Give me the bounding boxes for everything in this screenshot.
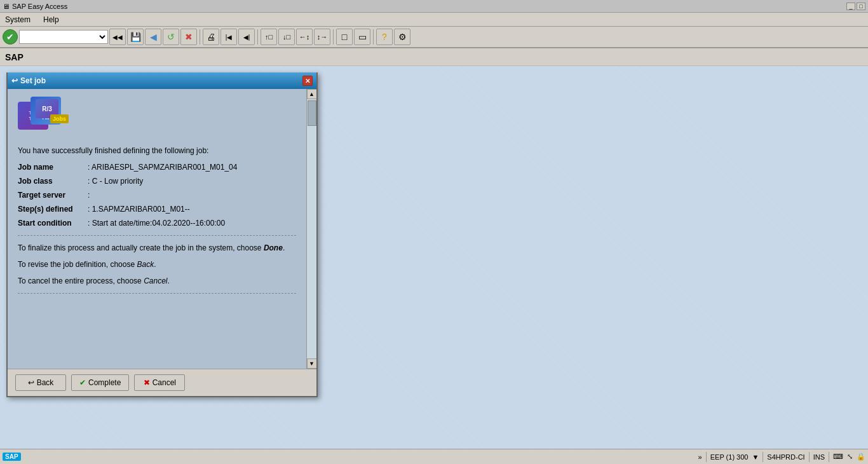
revise-prefix: To revise the job definition, choose	[18, 260, 137, 269]
target-server-value: :	[88, 189, 90, 201]
cancel-prefix: To cancel the entire process, choose	[18, 276, 144, 285]
steps-defined-row: Step(s) defined : 1.SAPMZARIBAR001_M01--	[18, 203, 296, 215]
cancel-text: To cancel the entire process, choose Can…	[18, 275, 296, 287]
main-content: ↩ Set job ✕ TIATIA | |||| |||| |||	[0, 66, 868, 449]
upload-button[interactable]: ↑□	[261, 29, 277, 45]
dialog-title-left: ↩ Set job	[11, 76, 46, 85]
resize-icon: ⤡	[847, 453, 853, 461]
server-info: S4HPRD-CI	[767, 453, 804, 461]
download-button[interactable]: ↓□	[278, 29, 295, 45]
job-class-value: : C - Low priority	[88, 175, 143, 187]
find-first-button[interactable]: |◀	[220, 29, 237, 45]
separator-4	[373, 29, 374, 44]
print-button[interactable]: 🖨	[203, 29, 219, 45]
separator-3	[333, 29, 334, 44]
start-condition-value: : Start at date/time:04.02.2020--16:00:0…	[88, 217, 225, 229]
separator-line-2	[18, 293, 296, 294]
mode-info: INS	[813, 453, 825, 461]
sap-label-area: SAP	[0, 48, 868, 66]
minimize-button[interactable]: _	[846, 3, 855, 10]
sap-logo: SAP	[3, 453, 21, 461]
status-divider-2	[763, 452, 763, 462]
separator-2	[257, 29, 258, 44]
system-info: EEP (1) 300	[710, 453, 749, 461]
toolbar: ✔ ◀◀ 💾 ◀ ↺ ✖ 🖨 |◀ ◀| ↑□ ↓□ ←↕ ↕→ □ ▭ ? ⚙	[0, 27, 868, 48]
dialog-title-icon: ↩	[11, 76, 18, 85]
complete-icon: ✔	[79, 378, 86, 387]
job-icon: TIATIA | |||| |||| ||| R/3 Jobs	[18, 97, 69, 135]
menu-bar: System Help	[0, 13, 868, 27]
set-job-dialog: ↩ Set job ✕ TIATIA | |||| |||| |||	[6, 72, 318, 397]
back-label: Back	[37, 378, 54, 387]
dialog-close-button[interactable]: ✕	[302, 76, 313, 86]
dialog-buttons: ↩ Back ✔ Complete ✖ Cancel	[8, 369, 316, 396]
start-condition-row: Start condition : Start at date/time:04.…	[18, 217, 296, 229]
separator-1	[200, 29, 200, 44]
finalize-suffix: .	[283, 243, 285, 252]
scroll-thumb[interactable]	[308, 100, 316, 126]
app-title-icon: 🖥	[3, 3, 10, 10]
target-server-label: Target server	[18, 189, 88, 201]
view-1-button[interactable]: □	[336, 29, 353, 45]
cancel-button[interactable]: ✖ Cancel	[134, 374, 185, 391]
dialog-overlay: ↩ Set job ✕ TIATIA | |||| |||| |||	[0, 66, 868, 433]
settings-button[interactable]: ⚙	[394, 29, 410, 45]
job-name-row: Job name : ARIBAESPL_SAPMZARIBAR001_M01_…	[18, 161, 296, 173]
save-button[interactable]: 💾	[127, 29, 144, 45]
job-class-label: Job class	[18, 175, 88, 187]
prev-button[interactable]: ◀	[145, 29, 161, 45]
status-bar: SAP » EEP (1) 300 ▼ S4HPRD-CI INS ⌨ ⤡ 🔒	[0, 449, 868, 464]
job-icon-jobs-label: Jobs	[50, 114, 69, 123]
app-title: SAP Easy Access	[12, 3, 67, 10]
title-bar: 🖥 SAP Easy Access _ □	[0, 0, 868, 13]
status-divider-3	[809, 452, 810, 462]
job-icon-area: TIATIA | |||| |||| ||| R/3 Jobs	[18, 97, 306, 135]
status-bar-right: » EEP (1) 300 ▼ S4HPRD-CI INS ⌨ ⤡ 🔒	[698, 452, 865, 462]
job-name-value: : ARIBAESPL_SAPMZARIBAR001_M01_04	[88, 161, 237, 173]
scroll-up-button[interactable]: ▲	[307, 89, 317, 99]
dialog-title-text: Set job	[20, 76, 46, 85]
finalize-done-word: Done	[264, 243, 283, 252]
menu-help[interactable]: Help	[41, 14, 62, 25]
check-button[interactable]: ✔	[3, 29, 18, 44]
intro-text: You have successfully finished defining …	[18, 145, 296, 156]
status-divider-4	[829, 452, 829, 462]
help-button[interactable]: ?	[376, 29, 393, 45]
finalize-prefix: To finalize this process and actually cr…	[18, 243, 264, 252]
menu-system[interactable]: System	[3, 14, 33, 25]
dialog-scrollbar[interactable]: ▲ ▼	[306, 89, 316, 369]
refresh-button[interactable]: ↺	[163, 29, 179, 45]
revise-back-word: Back	[137, 260, 154, 269]
dialog-titlebar: ↩ Set job ✕	[8, 72, 316, 89]
stop-button[interactable]: ✖	[180, 29, 197, 45]
view-2-button[interactable]: ▭	[354, 29, 370, 45]
revise-text: To revise the job definition, choose Bac…	[18, 259, 296, 270]
complete-label: Complete	[88, 378, 121, 387]
scroll-down-button[interactable]: ▼	[307, 358, 317, 369]
finalize-text: To finalize this process and actually cr…	[18, 242, 296, 254]
command-field[interactable]	[19, 30, 108, 44]
nav-left-button[interactable]: ←↕	[296, 29, 313, 45]
cancel-suffix: .	[167, 276, 169, 285]
cancel-icon: ✖	[144, 378, 150, 387]
keyboard-icon: ⌨	[833, 453, 843, 461]
lock-icon: 🔒	[857, 453, 865, 461]
back-button[interactable]: ↩ Back	[15, 374, 66, 391]
back-icon: ↩	[28, 378, 34, 387]
job-class-row: Job class : C - Low priority	[18, 175, 296, 187]
separator-line-1	[18, 235, 296, 236]
revise-suffix: .	[154, 260, 156, 269]
back-nav-button[interactable]: ◀◀	[109, 29, 126, 45]
dropdown-arrow[interactable]: ▼	[752, 453, 759, 461]
job-name-label: Job name	[18, 161, 88, 173]
maximize-button[interactable]: □	[857, 3, 865, 10]
dialog-text: You have successfully finished defining …	[18, 145, 296, 294]
find-prev-button[interactable]: ◀|	[238, 29, 255, 45]
steps-defined-value: : 1.SAPMZARIBAR001_M01--	[88, 203, 190, 215]
target-server-row: Target server :	[18, 189, 296, 201]
dialog-content: TIATIA | |||| |||| ||| R/3 Jobs You have…	[8, 89, 316, 369]
nav-right-button[interactable]: ↕→	[314, 29, 330, 45]
sap-label: SAP	[5, 52, 24, 62]
complete-button[interactable]: ✔ Complete	[71, 374, 129, 391]
status-divider-1	[706, 452, 707, 462]
